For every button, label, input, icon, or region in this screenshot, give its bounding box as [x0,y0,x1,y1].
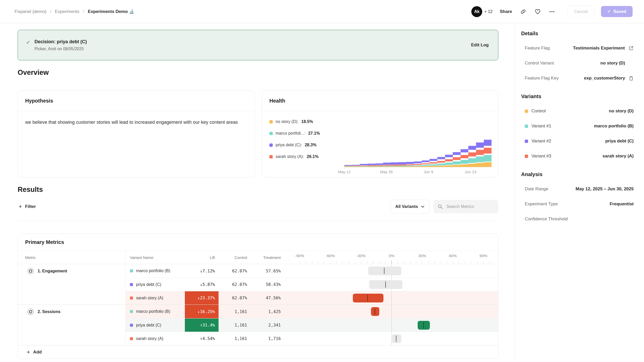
axis-tick-mark [355,261,355,264]
breadcrumb: Fixpanel {demo} / Experiments / Experime… [15,9,135,14]
variant-color-dot [130,283,133,286]
control-value-cell: 1,161 [219,318,249,332]
variant-name-cell: priya debt (C) [126,278,185,291]
column-header-control: Control [219,251,249,264]
variants-dropdown[interactable]: All Variants [390,200,429,214]
metric-group: 2. Sessionsmarco portfolio (B)↓16.25%1,1… [18,305,498,345]
confidence-interval-cell [297,318,494,332]
external-link-icon[interactable] [628,46,634,51]
color-swatch [269,120,273,124]
breadcrumb-current-page: Experiments Demo 🔬 [88,9,135,14]
decision-subtitle: Picker, Amit on 08/05/2025 [34,47,87,51]
metrics-table-footer: + Add [18,345,498,359]
lift-point-marker [385,281,386,288]
confidence-interval-cell [297,291,494,305]
saved-button[interactable]: ✓ Saved [601,6,633,17]
variant-color-dot [525,125,528,128]
analysis-label: Experiment Type [525,201,558,207]
axis-tick-label: 30% [418,254,426,258]
breadcrumb-experiments[interactable]: Experiments [55,9,79,14]
decision-title: Decision: priya debt (C) [34,39,87,45]
axis-zero-line [391,260,392,264]
variant-name: sarah story (A) [136,336,163,341]
share-button[interactable]: Share [499,8,513,15]
breadcrumb-project[interactable]: Fixpanel {demo} [15,9,46,14]
analysis-row: Confidence Threshold [521,212,634,227]
saved-button-label: Saved [613,9,626,14]
variant-value: sarah story (A) [603,154,634,159]
axis-tick-mark [330,261,331,264]
axis-tick-label: 60% [449,254,457,258]
gap-cell [283,291,297,305]
lift-point-marker [375,308,375,315]
axis-tick-mark [484,261,484,264]
variant-color-dot [525,110,528,113]
cancel-button[interactable]: Cancel [568,6,594,17]
breadcrumb-separator: / [83,9,84,14]
variant-label: Control [531,108,546,114]
health-legend: no story (D): 18.5%marco portfoli...: 27… [262,111,340,177]
confidence-interval-cell [297,264,494,278]
gap-cell [283,278,297,291]
more-menu-button[interactable]: ••• [548,8,556,15]
axis-tick-mark [459,261,459,264]
pad-cell [494,291,498,305]
legend-value: 28.3% [305,143,316,147]
header-actions: Ak + 12 Share ••• Cancel ✓ Save [471,6,633,17]
details-heading: Details [521,31,634,37]
axis-tick-label: -60% [326,254,335,258]
variant-color-dot [130,296,133,300]
treatment-value-cell: 1,425 [249,305,283,318]
detail-label: Feature Flag Key [525,76,558,81]
avatar[interactable]: Ak [471,6,482,17]
variants-dropdown-label: All Variants [395,204,418,209]
add-metric-button[interactable]: + Add [25,349,43,355]
decision-banner: ✓ Decision: priya debt (C) Picker, Amit … [18,30,498,60]
copy-link-button[interactable] [519,8,527,16]
axis-tick-mark [337,261,337,264]
confidence-interval-bar [392,334,401,343]
detail-label: Control Variant [525,61,554,66]
target-icon [27,268,34,274]
variant-color-dot [130,324,133,327]
hypothesis-card: Hypothesis we believe that showing custo… [18,90,255,177]
gap-cell [283,332,297,345]
clipboard-icon[interactable] [629,76,634,81]
confidence-interval-cell [297,278,494,291]
detail-value[interactable]: Testimonials Experiment [573,46,625,51]
axis-tick-mark [324,261,324,264]
lift-point-marker [423,322,424,328]
axis-tick-label: 90% [480,254,487,258]
favorite-button[interactable] [534,8,542,15]
variant-color-dot [130,337,133,340]
primary-metrics-title: Primary Metrics [18,234,498,251]
treatment-value-cell: 47.56% [249,291,283,305]
add-filter-button[interactable]: + Filter [18,204,37,209]
treatment-value-cell: 57.65% [249,264,283,278]
lift-axis: -90%-60%-30%0%30%60%90% [297,251,494,264]
search-metrics-input[interactable] [446,204,494,209]
health-area-chart: May 12May 26Jun 9Jun 23 [340,111,498,177]
plus-icon: + [27,350,30,354]
axis-tick-mark [489,261,490,264]
confidence-interval-bar [353,294,383,302]
variant-name-cell: sarah story (A) [126,291,185,305]
gap-cell [283,305,297,318]
treatment-value-cell: 1,716 [249,332,283,345]
column-header-metric: Metric [18,251,126,264]
details-section: Details Feature FlagTestimonials Experim… [521,31,634,86]
control-value-cell: 62.07% [219,291,249,305]
lift-cell: ↓23.37% [185,291,219,305]
collaborators-count[interactable]: + 12 [484,9,493,14]
edit-log-button[interactable]: Edit Log [471,42,489,48]
axis-tick-label: 0% [389,254,394,258]
axis-tick-mark [465,261,465,264]
pad-cell [494,305,498,318]
treatment-value-cell: 2,341 [249,318,283,332]
filter-button-label: Filter [25,204,36,209]
primary-metrics-card: Primary Metrics Metric Variant Name Lift… [18,234,498,359]
confidence-interval-cell [297,332,494,345]
axis-tick-label: -30% [356,254,366,258]
health-card: Health no story (D): 18.5%marco portfoli… [262,90,498,177]
analysis-value: Frequentist [610,201,634,207]
